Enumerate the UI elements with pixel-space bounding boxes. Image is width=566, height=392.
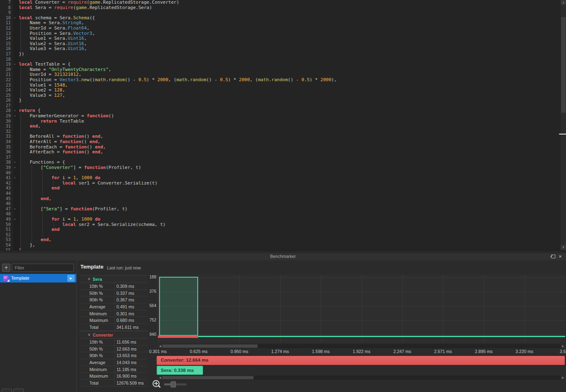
code-line[interactable]: 52	[0, 232, 566, 238]
line-number: 25	[0, 93, 11, 98]
last-run-status: Last run: just now	[107, 265, 141, 270]
stats-table: ∨Sera10th %0.309 ms50th %0.337 ms90th %0…	[80, 275, 148, 387]
stat-label: Average	[89, 360, 105, 365]
code-line[interactable]: 53 end,	[0, 237, 566, 243]
code-line[interactable]: 43 end	[0, 186, 566, 191]
code-line[interactable]: 37	[0, 155, 566, 160]
y-tick-label: 376	[140, 289, 156, 294]
stats-section-name: Sera	[93, 277, 102, 282]
line-number: 36	[0, 150, 11, 155]
scroll-left-icon[interactable]: ◀	[158, 376, 162, 380]
stat-row: Minimum0.301 ms	[80, 310, 148, 317]
code-line[interactable]: 39▾ ["Converter"] = function(Profiler, t…	[0, 165, 566, 171]
bottom-toolbar-button[interactable]	[2, 389, 12, 392]
code-line[interactable]: 20 Name = "OnlyTwentyCharacters",	[0, 67, 566, 73]
line-number: 13	[0, 31, 11, 36]
stat-row: 50th %12.663 ms	[80, 346, 148, 353]
chart-horizontal-scrollbar[interactable]: ◀ ▶	[158, 344, 565, 348]
x-tick-label: 1.922 ms	[353, 349, 370, 354]
fold-arrow-icon[interactable]: ▾	[11, 207, 19, 212]
histogram-plot	[158, 275, 565, 343]
stat-row: Maximum16.900 ms	[80, 373, 148, 380]
scroll-down-icon[interactable]: ▼	[561, 245, 566, 250]
fold-arrow-icon[interactable]: ▾	[11, 160, 19, 165]
stat-value: 0.491 ms	[116, 304, 134, 309]
stats-section-header-sera[interactable]: ∨Sera	[80, 275, 148, 283]
code-line[interactable]: 10▾local schema = Sera.Schema({	[0, 16, 566, 21]
add-benchmark-button[interactable]: +	[2, 264, 10, 272]
code-line[interactable]: 45 end,	[0, 196, 566, 202]
fold-arrow-icon[interactable]: ▾	[11, 114, 19, 119]
magnifier-icon	[153, 380, 160, 387]
stat-row: Total12676.509 ms	[80, 380, 148, 387]
filter-input[interactable]	[12, 264, 74, 272]
stat-row: Maximum0.680 ms	[80, 317, 148, 324]
fold-arrow-icon[interactable]: ▾	[11, 16, 19, 21]
line-number: 29	[0, 114, 11, 119]
line-number: 27	[0, 103, 11, 109]
stats-section-header-converter[interactable]: ∨Converter	[80, 331, 148, 339]
scroll-left-icon[interactable]: ◀	[158, 344, 162, 348]
code-line[interactable]: 31 end,	[0, 124, 566, 129]
x-tick-label: 3.220 ms	[516, 349, 533, 354]
script-editor[interactable]: 7local Converter = require(game.Replicat…	[0, 0, 566, 250]
x-tick-label: 2.247 ms	[393, 349, 411, 354]
code-line[interactable]: 29▾ ParameterGenerator = function()	[0, 114, 566, 119]
line-number: 49	[0, 217, 11, 222]
code-line[interactable]: 30 return TestTable	[0, 119, 566, 124]
fold-arrow-icon[interactable]: ▾	[11, 165, 19, 171]
line-number: 15	[0, 41, 11, 47]
code-line[interactable]: 18	[0, 57, 566, 62]
code-line[interactable]: 8local Sera = require(game.ReplicatedSto…	[0, 5, 566, 11]
fold-arrow-icon[interactable]: ▾	[11, 108, 19, 114]
line-number: 47	[0, 207, 11, 212]
stat-label: 90th %	[89, 353, 103, 358]
code-line[interactable]: 47▾ ["Sera"] = function(Profiler, t)	[0, 207, 566, 212]
scrollbar-thumb[interactable]	[162, 376, 253, 379]
stat-value: 0.337 ms	[116, 291, 134, 296]
fold-arrow-icon[interactable]: ▾	[11, 62, 19, 67]
close-icon[interactable]: ✕	[558, 254, 563, 259]
line-number: 52	[0, 232, 11, 238]
float-window-icon[interactable]: ↙	[550, 254, 555, 259]
converter-baseline	[158, 335, 198, 338]
line-number: 7	[0, 0, 11, 5]
stat-row: Average0.491 ms	[80, 303, 148, 310]
scroll-up-icon[interactable]: ▲	[561, 0, 566, 5]
stat-label: Average	[89, 304, 105, 309]
zoom-slider-thumb[interactable]	[171, 381, 176, 387]
line-number: 40	[0, 171, 11, 176]
fold-arrow-icon[interactable]: ▾	[11, 217, 19, 222]
code-line[interactable]: 54 },	[0, 243, 566, 248]
scrollbar-thumb[interactable]	[561, 17, 566, 113]
code-line[interactable]: 27	[0, 103, 566, 109]
code-line[interactable]: 17})	[0, 52, 566, 57]
run-benchmark-button[interactable]: ▶	[67, 275, 75, 282]
scroll-right-icon[interactable]: ▶	[561, 376, 565, 380]
code-line[interactable]: 36 AfterEach = function() end,	[0, 150, 566, 155]
code-line[interactable]: 24 Value2 = 128,	[0, 88, 566, 93]
code-line[interactable]: 23 Value1 = 1548,	[0, 83, 566, 88]
sidebar-item-template[interactable]: Template ▶	[0, 274, 76, 283]
stat-label: 90th %	[89, 297, 103, 302]
fold-arrow-icon[interactable]: ▾	[11, 175, 19, 181]
code-line[interactable]: 44	[0, 191, 566, 196]
line-number: 24	[0, 88, 11, 93]
code-line[interactable]: 26}	[0, 98, 566, 103]
code-line[interactable]: 25 Value3 = 127,	[0, 93, 566, 98]
x-tick-label: 0.950 ms	[231, 349, 248, 354]
code-line[interactable]: 50 local ser2 = Sera.Serialize(schema, t…	[0, 222, 566, 228]
code-line[interactable]: 42 local ser1 = Converter.Serialize(t)	[0, 181, 566, 186]
code-line[interactable]: 51 end	[0, 227, 566, 232]
scroll-right-icon[interactable]: ▶	[561, 344, 565, 348]
line-number: 48	[0, 212, 11, 217]
bottom-toolbar-button[interactable]	[14, 389, 24, 392]
scrollbar-thumb[interactable]	[162, 344, 258, 348]
stat-label: Minimum	[89, 311, 107, 316]
x-tick-label: 0.625 ms	[190, 349, 208, 354]
code-line[interactable]: 22 Position = Vector3.new((math.random()…	[0, 77, 566, 83]
results-horizontal-scrollbar[interactable]: ◀ ▶	[158, 376, 565, 380]
panel-separator[interactable]	[0, 250, 566, 253]
editor-vertical-scrollbar[interactable]: ▲ ▼	[561, 0, 566, 250]
code-line[interactable]: 16 Value3 = Sera.Uint16,	[0, 46, 566, 52]
